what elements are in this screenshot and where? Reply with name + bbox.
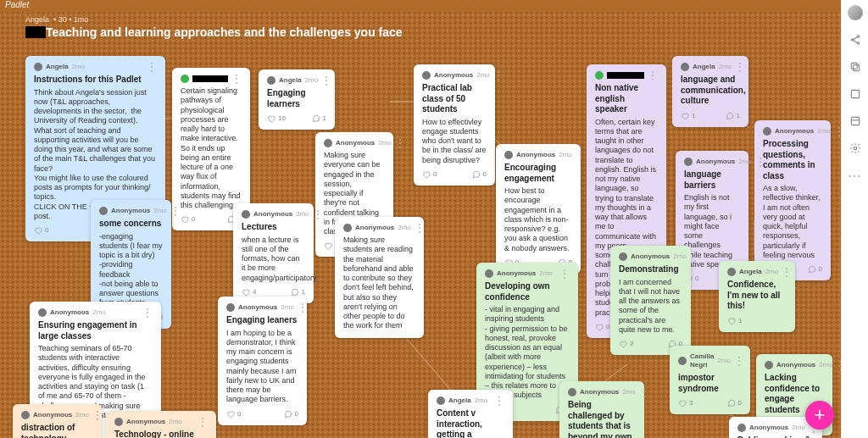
board-canvas[interactable]: Padlet Angela • 30 • 1mo Teaching and le… bbox=[0, 0, 841, 438]
comment-button[interactable]: 1 bbox=[291, 288, 305, 297]
like-button[interactable]: 2 bbox=[619, 340, 633, 348]
more-icon[interactable]: ⋯ bbox=[848, 168, 863, 183]
settings-icon[interactable] bbox=[848, 141, 863, 156]
layers-icon[interactable] bbox=[848, 114, 863, 129]
post-card[interactable]: Anonymous2mo⋮Making sure students are re… bbox=[335, 217, 424, 338]
post-more-icon[interactable]: ⋮ bbox=[648, 72, 658, 79]
post-card[interactable]: Anonymous2mo⋮Encouraging engagementHow b… bbox=[496, 144, 581, 274]
comment-button[interactable]: 0 bbox=[808, 265, 822, 274]
post-time: 2mo bbox=[719, 63, 732, 71]
comment-button[interactable]: 0 bbox=[727, 399, 742, 408]
add-post-fab[interactable]: + bbox=[805, 401, 834, 430]
post-card[interactable]: Angela2mo⋮Content v interaction, getting… bbox=[428, 390, 513, 438]
author-name: Anonymous bbox=[749, 424, 788, 432]
post-card[interactable]: Anonymous2mo⋮Technology - online bbox=[106, 411, 216, 438]
comment-count: 0 bbox=[295, 410, 298, 419]
author-avatar bbox=[21, 411, 30, 419]
post-card[interactable]: Anonymous2mo⋮distraction of technology bbox=[13, 404, 102, 438]
author-avatar bbox=[678, 357, 687, 365]
like-count: 0 bbox=[606, 323, 609, 331]
post-time: 2mo bbox=[378, 139, 392, 147]
post-card[interactable]: Angela2mo⋮Confidence, I'm new to all thi… bbox=[719, 261, 795, 332]
author-avatar bbox=[181, 75, 189, 83]
author-name: Anonymous bbox=[50, 308, 89, 317]
post-time: 2mo bbox=[792, 424, 805, 432]
post-time: 2mo bbox=[92, 308, 106, 317]
author-avatar bbox=[485, 269, 493, 278]
post-more-icon[interactable]: ⋮ bbox=[231, 75, 242, 82]
author-name: Anonymous bbox=[33, 411, 72, 419]
post-more-icon[interactable]: ⋮ bbox=[494, 397, 504, 404]
like-button[interactable]: 0 bbox=[181, 215, 195, 224]
like-count: 3 bbox=[689, 399, 693, 408]
post-time: 2mo bbox=[559, 151, 572, 159]
like-button[interactable]: 1 bbox=[681, 112, 695, 120]
post-card[interactable]: Anonymous2mo⋮Processing questions, comme… bbox=[754, 120, 831, 280]
like-button[interactable]: 0 bbox=[595, 323, 609, 331]
post-more-icon[interactable]: ⋮ bbox=[735, 64, 745, 70]
author-avatar bbox=[684, 158, 693, 166]
post-title: distraction of technology bbox=[21, 423, 93, 438]
comment-count: 0 bbox=[819, 265, 822, 274]
post-time: 2mo bbox=[475, 396, 488, 405]
post-card[interactable]: Anonymous2mo⋮Being challenged by student… bbox=[559, 381, 644, 438]
author-avatar bbox=[99, 207, 108, 215]
like-button[interactable]: 4 bbox=[242, 288, 256, 297]
post-more-icon[interactable]: ⋮ bbox=[142, 309, 153, 316]
post-more-icon[interactable]: ⋮ bbox=[559, 270, 570, 277]
post-card[interactable]: Angela2mo⋮language and communication, cu… bbox=[672, 56, 748, 127]
post-title: impostor syndrome bbox=[678, 373, 742, 394]
like-count: 4 bbox=[253, 288, 256, 297]
post-card[interactable]: Angela2mo⋮Engaging learners101 bbox=[259, 69, 335, 130]
post-more-icon[interactable]: ⋮ bbox=[415, 225, 425, 231]
author-avatar bbox=[568, 388, 576, 396]
like-button[interactable]: 0 bbox=[226, 410, 241, 419]
author-name: Anonymous bbox=[516, 151, 555, 159]
expand-icon[interactable] bbox=[848, 86, 863, 102]
like-button[interactable]: 10 bbox=[267, 114, 286, 123]
post-card[interactable]: Anonymous2mo⋮Practical lab class of 50 s… bbox=[414, 64, 495, 186]
author-avatar bbox=[595, 71, 604, 80]
post-card[interactable]: Anonymous2mo⋮Engaging leanersI am hoping… bbox=[218, 297, 307, 425]
post-card[interactable]: Anonymous2mo⋮DemonstratingI am concerned… bbox=[610, 246, 691, 355]
post-time: 2mo bbox=[281, 303, 294, 312]
comment-button[interactable]: 0 bbox=[472, 170, 487, 179]
post-time: 2mo bbox=[817, 127, 831, 136]
post-card[interactable]: Anonymous2mo⋮Lectureswhen a lecture is s… bbox=[233, 203, 314, 303]
comment-button[interactable]: 1 bbox=[312, 114, 326, 123]
like-button[interactable]: 1 bbox=[727, 317, 742, 325]
like-button[interactable]: 0 bbox=[34, 226, 48, 235]
breadcrumb-owner[interactable]: Angela bbox=[25, 15, 49, 24]
post-card[interactable]: Camilla Negri2mo⋮impostor syndrome30 bbox=[670, 346, 750, 414]
post-time: 2mo bbox=[717, 357, 731, 365]
post-more-icon[interactable]: ⋮ bbox=[493, 72, 504, 79]
post-more-icon[interactable]: ⋮ bbox=[755, 158, 765, 165]
post-body: -engaging students (I fear my topic is a… bbox=[99, 232, 163, 308]
author-name: Angela bbox=[448, 396, 471, 405]
post-title: language barriers bbox=[684, 169, 740, 191]
post-more-icon[interactable]: ⋮ bbox=[576, 152, 586, 158]
svg-point-24 bbox=[854, 147, 857, 150]
share-icon[interactable] bbox=[848, 32, 863, 47]
copy-icon[interactable] bbox=[848, 59, 863, 75]
post-more-icon[interactable]: ⋮ bbox=[170, 208, 181, 214]
like-button[interactable]: 3 bbox=[678, 399, 693, 408]
post-more-icon[interactable]: ⋮ bbox=[92, 412, 103, 419]
post-more-icon[interactable]: ⋮ bbox=[395, 140, 405, 147]
post-more-icon[interactable]: ⋮ bbox=[734, 358, 744, 364]
like-button[interactable]: 0 bbox=[422, 170, 437, 179]
post-more-icon[interactable]: ⋮ bbox=[313, 211, 323, 218]
author-avatar bbox=[504, 151, 513, 159]
svg-point-19 bbox=[857, 42, 859, 44]
user-avatar[interactable] bbox=[848, 5, 863, 20]
breadcrumb[interactable]: Angela • 30 • 1mo bbox=[25, 15, 88, 24]
post-more-icon[interactable]: ⋮ bbox=[147, 64, 157, 70]
post-more-icon[interactable]: ⋮ bbox=[198, 419, 208, 425]
comment-button[interactable]: 0 bbox=[284, 410, 298, 419]
comment-button[interactable]: 1 bbox=[726, 112, 740, 120]
post-more-icon[interactable]: ⋮ bbox=[782, 269, 792, 275]
post-more-icon[interactable]: ⋮ bbox=[298, 304, 308, 311]
post-more-icon[interactable]: ⋮ bbox=[639, 389, 649, 396]
post-more-icon[interactable]: ⋮ bbox=[321, 77, 331, 84]
post-more-icon[interactable]: ⋮ bbox=[690, 253, 700, 260]
